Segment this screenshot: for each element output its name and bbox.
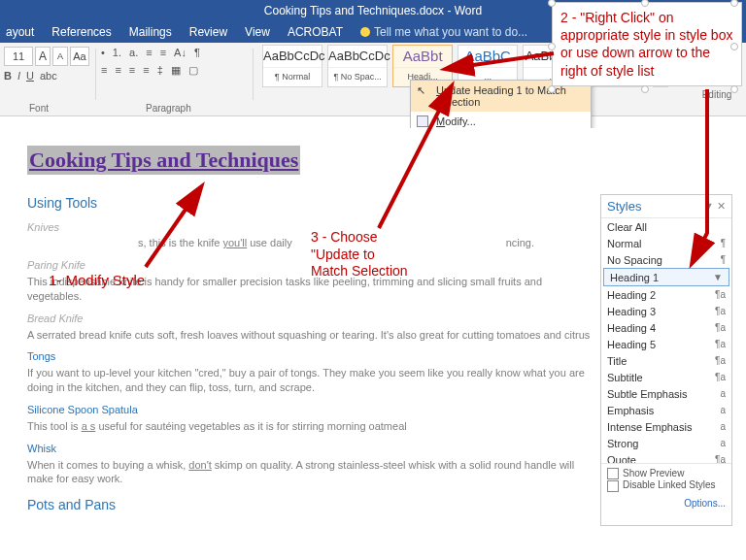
spatula-body[interactable]: This tool is a s useful for sautéing veg… [27, 419, 591, 434]
shrink-font-button[interactable]: A [52, 47, 68, 66]
grow-font-button[interactable]: A [35, 47, 51, 66]
style-item-strong[interactable]: Stronga [601, 435, 731, 451]
style-item-title[interactable]: Title¶a [601, 352, 731, 369]
tab-mailings[interactable]: Mailings [129, 25, 172, 39]
style-item-heading-4[interactable]: Heading 4¶a [601, 319, 731, 336]
bullets-button[interactable]: • [101, 47, 105, 58]
style-item-heading-2[interactable]: Heading 2¶a [601, 286, 731, 303]
font-group-label: Font [29, 103, 49, 114]
tab-review[interactable]: Review [189, 25, 227, 39]
style-item-subtle-emphasis[interactable]: Subtle Emphasisa [601, 385, 731, 402]
style-item-heading-5[interactable]: Heading 5¶a [601, 336, 731, 352]
styles-options-link[interactable]: Options... [601, 496, 731, 511]
sub-whisk[interactable]: Whisk [27, 442, 600, 456]
style-tile-normal[interactable]: AaBbCcDc¶ Normal [262, 45, 322, 87]
tab-layout[interactable]: ayout [6, 25, 34, 39]
font-size[interactable]: 11 [4, 47, 33, 66]
modify-icon [417, 115, 428, 127]
inc-indent-button[interactable]: ≡ [160, 47, 166, 58]
heading-using-tools[interactable]: Using Tools [27, 194, 600, 213]
align-center-button[interactable]: ≡ [115, 64, 120, 77]
font-format-row: B I U abc [4, 70, 91, 82]
bulb-icon [360, 27, 370, 37]
knives-body[interactable]: Also known as a cook'ss, this is the kni… [27, 236, 591, 250]
style-item-quote[interactable]: Quote¶a [601, 451, 731, 463]
style-item-no-spacing[interactable]: No Spacing¶ [601, 251, 731, 268]
show-preview-checkbox[interactable]: Show Preview [607, 468, 726, 479]
style-item-emphasis[interactable]: Emphasisa [601, 402, 731, 418]
style-item-subtitle[interactable]: Subtitle¶a [601, 369, 731, 385]
styles-pane-list[interactable]: Clear AllNormal¶No Spacing¶Heading 1▼Hea… [601, 218, 731, 463]
styles-pane-close[interactable]: ▼ ✕ [703, 200, 726, 213]
style-item-clear-all[interactable]: Clear All [601, 218, 731, 235]
annotation-1: 1- Modify Style [49, 272, 145, 290]
change-case-button[interactable]: Aa [70, 47, 89, 66]
tongs-body[interactable]: If you want to up-level your kitchen "cr… [27, 366, 591, 395]
tab-view[interactable]: View [245, 25, 270, 39]
doc-title[interactable]: Cooking Tips and Techniques [27, 146, 300, 175]
sub-spatula[interactable]: Silicone Spoon Spatula [27, 403, 600, 417]
cursor-icon: ↖ [417, 84, 428, 96]
paragraph-group-label: Paragraph [146, 103, 191, 114]
style-item-intense-emphasis[interactable]: Intense Emphasisa [601, 418, 731, 435]
styles-pane: Styles▼ ✕ Clear AllNormal¶No Spacing¶Hea… [600, 194, 732, 526]
tell-me[interactable]: Tell me what you want to do... [360, 25, 527, 39]
heading-pots[interactable]: Pots and Pans [27, 496, 600, 514]
whisk-body[interactable]: When it comes to buying a whisk, don't s… [27, 458, 591, 487]
borders-button[interactable]: ▢ [188, 64, 198, 77]
numbering-button[interactable]: 1. [113, 47, 121, 58]
styles-pane-title: Styles [607, 199, 641, 214]
sub-bread[interactable]: Bread Knife [27, 312, 600, 326]
disable-linked-checkbox[interactable]: Disable Linked Styles [607, 479, 726, 491]
line-spacing-button[interactable]: ‡ [157, 64, 163, 77]
bold-button[interactable]: B [4, 70, 12, 82]
italic-button[interactable]: I [17, 70, 20, 82]
style-item-heading-3[interactable]: Heading 3¶a [601, 303, 731, 319]
shading-button[interactable]: ▦ [171, 64, 181, 77]
annotation-2: 2 - "Right Click" on appropriate style i… [552, 2, 742, 86]
bread-body[interactable]: A serrated bread knife cuts soft, fresh … [27, 328, 591, 343]
style-item-heading-1[interactable]: Heading 1▼ [603, 268, 729, 286]
align-left-button[interactable]: ≡ [101, 64, 107, 77]
tab-references[interactable]: References [51, 25, 111, 39]
sort-button[interactable]: A↓ [174, 47, 186, 58]
style-tile-nospacing[interactable]: AaBbCcDc¶ No Spac... [327, 45, 388, 87]
sub-tongs[interactable]: Tongs [27, 349, 600, 364]
align-right-button[interactable]: ≡ [129, 64, 135, 77]
dec-indent-button[interactable]: ≡ [146, 47, 152, 58]
annotation-3: 3 - Choose"Update toMatch Selection [311, 229, 408, 280]
style-item-normal[interactable]: Normal¶ [601, 235, 731, 251]
document-body: Cooking Tips and Techniques Using Tools … [17, 128, 600, 545]
underline-button[interactable]: U [26, 70, 34, 82]
justify-button[interactable]: ≡ [143, 64, 149, 77]
strike-button[interactable]: abc [40, 70, 57, 82]
multilevel-button[interactable]: a. [129, 47, 138, 58]
pilcrow-button[interactable]: ¶ [194, 47, 200, 58]
tab-acrobat[interactable]: ACROBAT [288, 25, 343, 39]
